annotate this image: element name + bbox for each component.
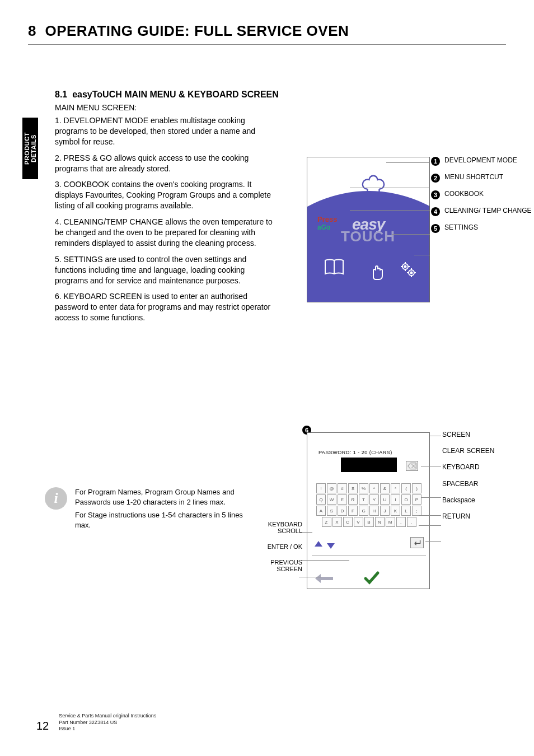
callout-label: DEVELOPMENT MODE — [444, 157, 517, 164]
password-input[interactable] — [341, 458, 397, 472]
keyboard-key[interactable]: I — [391, 494, 400, 505]
background-curve — [307, 191, 430, 302]
keyboard-key[interactable]: R — [348, 494, 358, 505]
callout-label: Backspace — [442, 497, 494, 504]
connector-line — [392, 234, 430, 235]
body-text-column: 8.1 easyToUCH MAIN MENU & KEYBOARD SCREE… — [55, 90, 279, 323]
callout-item: 2MENU SHORTCUT — [431, 174, 532, 183]
callout-label: RETURN — [442, 513, 494, 520]
keyboard-right-callouts: SCREEN CLEAR SCREEN KEYBOARD SPACEBAR Ba… — [442, 431, 494, 529]
callout-label: PREVIOUS SCREEN — [251, 559, 302, 572]
keyboard-key[interactable]: G — [359, 506, 368, 516]
connector-line — [419, 515, 441, 516]
keyboard-screenshot: PASSWORD: 1 - 20 (CHARS) !@#$%^&*() QWER… — [307, 432, 430, 589]
keyboard-key[interactable]: @ — [327, 483, 336, 493]
keyboard-key[interactable]: A — [316, 506, 326, 516]
callout-number: 2 — [431, 174, 440, 183]
paragraph: 3. COOKBOOK contains the oven's cooking … — [55, 179, 279, 211]
page-footer: 12 Service & Parts Manual original Instr… — [36, 713, 156, 732]
chapter-title-text: OPERATING GUIDE: FULL SERVICE OVEN — [45, 22, 349, 39]
callout-label: SETTINGS — [444, 224, 478, 231]
previous-screen-button[interactable] — [315, 573, 334, 586]
keyboard-key[interactable]: F — [348, 506, 358, 516]
keyboard-key[interactable]: * — [391, 483, 400, 493]
connector-line — [299, 577, 321, 577]
callout-number: 4 — [431, 207, 440, 216]
scroll-down-icon[interactable] — [325, 539, 336, 550]
keyboard-key[interactable]: O — [401, 494, 411, 505]
keyboard-key[interactable]: Q — [316, 494, 326, 505]
paragraph: 4. CLEANING/TEMP CHANGE allows the oven … — [55, 217, 279, 249]
ago-label: aGo — [317, 224, 337, 231]
enter-ok-button[interactable] — [363, 571, 380, 587]
keyboard-key[interactable]: $ — [348, 483, 358, 493]
connector-line — [350, 188, 430, 188]
keyboard-key[interactable]: W — [327, 494, 336, 505]
keyboard-key[interactable]: E — [338, 494, 347, 505]
logo-touch: TOUCH — [341, 228, 395, 245]
callout-label: COOKBOOK — [444, 190, 484, 198]
chapter-number: 8 — [28, 22, 36, 39]
callout-number: 5 — [431, 224, 440, 233]
keyboard-key[interactable]: % — [359, 483, 368, 493]
keyboard-key[interactable]: J — [380, 506, 390, 516]
keyboard-key[interactable]: U — [380, 494, 390, 505]
keyboard-key[interactable]: H — [369, 506, 379, 516]
cleaning-hand-icon[interactable] — [368, 263, 386, 281]
keyboard-key[interactable]: X — [332, 517, 342, 527]
callout-number: 1 — [431, 157, 440, 166]
return-key[interactable] — [410, 537, 424, 548]
keyboard-key[interactable]: L — [401, 506, 411, 516]
callout-item: 5SETTINGS — [431, 224, 532, 233]
keyboard-key[interactable]: . — [407, 517, 416, 527]
keyboard-key[interactable]: V — [354, 517, 363, 527]
keyboard-key[interactable]: M — [386, 517, 395, 527]
settings-gears-icon[interactable] — [399, 260, 417, 278]
press-and-go-icon[interactable]: Press aGo — [317, 216, 337, 231]
svg-point-3 — [411, 272, 413, 274]
keyboard-key[interactable]: & — [380, 483, 390, 493]
info-text: For Program Names, Program Group Names a… — [75, 487, 246, 533]
paragraph: 6. KEYBOARD SCREEN is used to enter an a… — [55, 291, 279, 323]
main-menu-callouts: 1DEVELOPMENT MODE 2MENU SHORTCUT 3COOKBO… — [431, 157, 532, 241]
keyboard-key[interactable]: K — [391, 506, 400, 516]
cookbook-icon[interactable] — [323, 258, 345, 277]
callout-number: 3 — [431, 190, 440, 199]
onscreen-keyboard: !@#$%^&*() QWERTYUIOP ASDFGHJKL; ZXCVBNM… — [312, 483, 426, 528]
paragraph: 1. DEVELOPMENT MODE enables multistage c… — [55, 115, 279, 147]
keyboard-key[interactable]: ; — [412, 506, 421, 516]
keyboard-key[interactable]: ( — [401, 483, 411, 493]
keyboard-key[interactable]: # — [338, 483, 347, 493]
keyboard-key[interactable]: B — [364, 517, 374, 527]
footer-line: Service & Parts Manual original Instruct… — [59, 713, 156, 720]
callout-label: CLEAR SCREEN — [442, 447, 494, 455]
keyboard-key[interactable]: ^ — [369, 483, 379, 493]
callout-item: 1DEVELOPMENT MODE — [431, 157, 532, 166]
callout-label: MENU SHORTCUT — [444, 174, 503, 181]
keyboard-key[interactable]: Z — [322, 517, 331, 527]
keyboard-key[interactable]: N — [375, 517, 385, 527]
connector-line — [425, 541, 441, 542]
section-tab-label: PRODUCT DETAILS — [24, 118, 37, 179]
keyboard-key[interactable]: S — [327, 506, 336, 516]
connector-line — [421, 497, 441, 498]
keyboard-key[interactable]: ! — [316, 483, 326, 493]
footer-line: Issue 1 — [59, 726, 156, 732]
footer-line: Part Number 32Z3814 US — [59, 720, 156, 726]
main-menu-screenshot: easy TOUCH Press aGo — [307, 157, 430, 302]
keyboard-key[interactable]: , — [396, 517, 406, 527]
keyboard-key[interactable]: D — [338, 506, 347, 516]
page-header: 8 OPERATING GUIDE: FULL SERVICE OVEN — [28, 22, 506, 45]
connector-line — [419, 525, 441, 526]
keyboard-key[interactable]: T — [359, 494, 368, 505]
keyboard-key[interactable]: C — [343, 517, 353, 527]
clear-screen-button[interactable] — [406, 461, 418, 471]
keyboard-key[interactable]: P — [412, 494, 421, 505]
chef-hat-icon[interactable] — [360, 173, 386, 199]
keyboard-key[interactable]: ) — [412, 483, 421, 493]
keyboard-key[interactable]: Y — [369, 494, 379, 505]
connector-line — [421, 466, 441, 466]
section-number: 8.1 — [55, 90, 67, 99]
connector-line — [350, 210, 430, 211]
scroll-up-icon[interactable] — [313, 539, 324, 550]
